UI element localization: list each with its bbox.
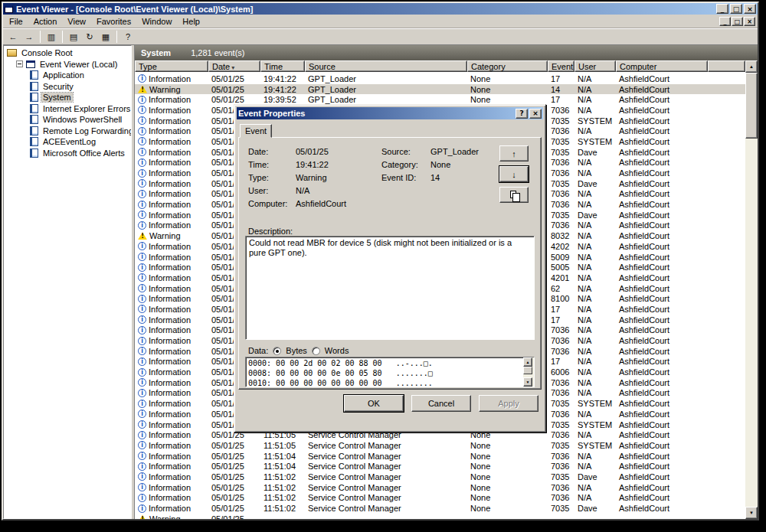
cell-user: Dave xyxy=(574,211,616,220)
dialog-titlebar[interactable]: Event Properties ? × xyxy=(237,107,543,119)
cell-user: SYSTEM xyxy=(574,441,616,450)
tree-item-remote-log-forwarding[interactable]: Remote Log Forwarding xyxy=(4,126,131,137)
information-icon: i xyxy=(138,127,146,135)
menu-action[interactable]: Action xyxy=(28,15,63,28)
menu-view[interactable]: View xyxy=(62,15,91,28)
cell-comp: AshfieldCourt xyxy=(616,305,708,314)
table-row[interactable]: iInformation05/01/2511:51:02Service Cont… xyxy=(135,472,745,482)
table-row[interactable]: iInformation05/01/2511:51:04Service Cont… xyxy=(135,451,745,462)
table-row[interactable]: !Warning05/01/2519:41:22GPT_LoaderNone14… xyxy=(135,84,745,95)
ok-button[interactable]: OK xyxy=(344,395,404,412)
minimize-button[interactable]: _ xyxy=(716,4,728,14)
table-row[interactable]: iInformation05/01/2511:51:02Service Cont… xyxy=(135,503,745,514)
child-restore-button[interactable]: □ xyxy=(732,17,743,26)
scrollbar-track[interactable] xyxy=(745,139,758,507)
information-icon: i xyxy=(138,441,146,449)
previous-event-button[interactable]: ↑ xyxy=(499,145,529,162)
child-minimize-button[interactable]: _ xyxy=(719,17,731,26)
table-row[interactable]: iInformation05/01/2519:41:22GPT_LoaderNo… xyxy=(135,73,745,84)
words-radio[interactable] xyxy=(312,347,320,355)
tree-item-internet-explorer-errors[interactable]: Internet Explorer Errors xyxy=(4,103,131,115)
tree-item-label: System xyxy=(41,93,73,102)
column-header-date[interactable]: Date▾ xyxy=(208,60,260,72)
menu-help[interactable]: Help xyxy=(177,15,205,28)
forward-icon[interactable]: → xyxy=(21,30,37,44)
column-header-type[interactable]: Type xyxy=(135,60,208,72)
tree-item-system[interactable]: System xyxy=(4,92,131,103)
tree-item-application[interactable]: Application xyxy=(4,70,131,81)
tree-item-windows-powershell[interactable]: Windows PowerShell xyxy=(4,114,131,126)
tree-item-aceeventlog[interactable]: ACEEventLog xyxy=(4,136,131,148)
copy-button[interactable] xyxy=(499,187,529,203)
cell-comp: AshfieldCourt xyxy=(616,378,708,387)
log-icon xyxy=(30,115,38,124)
child-close-button[interactable]: × xyxy=(744,17,755,26)
information-icon: i xyxy=(138,400,146,408)
information-icon: i xyxy=(138,221,146,230)
column-header-filler xyxy=(708,60,745,72)
table-row[interactable]: iInformation05/01/2511:51:02Service Cont… xyxy=(135,482,745,493)
cell-event: 7035 xyxy=(548,179,574,188)
tree-item-microsoft-office-alerts[interactable]: Microsoft Office Alerts xyxy=(4,148,131,159)
bytes-radio[interactable] xyxy=(273,347,281,355)
bytes-label: Bytes xyxy=(286,346,307,355)
column-header-source[interactable]: Source xyxy=(305,60,467,72)
scroll-up-icon[interactable]: ▲ xyxy=(745,60,758,73)
table-row[interactable]: iInformation05/01/2511:51:04Service Cont… xyxy=(135,461,745,472)
cancel-button[interactable]: Cancel xyxy=(411,395,471,412)
export-list-icon[interactable]: ▦ xyxy=(98,30,113,44)
cell-type: iInformation xyxy=(135,116,208,126)
collapse-icon[interactable] xyxy=(16,60,23,67)
folder-icon xyxy=(7,49,17,57)
event-tab-page: Date: 05/01/25 Source: GPT_Loader Time: … xyxy=(238,137,542,390)
column-header-category[interactable]: Category xyxy=(467,60,548,72)
cell-type: iInformation xyxy=(135,168,208,178)
menu-favorites[interactable]: Favorites xyxy=(91,15,136,28)
description-box[interactable]: Could not read MBR for device 5 (disk mi… xyxy=(245,236,535,340)
close-button[interactable]: × xyxy=(744,4,756,14)
next-event-button[interactable]: ↓ xyxy=(499,166,529,182)
information-icon: i xyxy=(138,389,146,397)
hex-scrollbar-thumb[interactable] xyxy=(523,367,532,374)
back-icon[interactable]: ← xyxy=(5,30,21,44)
tree-item-security[interactable]: Security xyxy=(4,81,131,93)
cell-time: 11:51:02 xyxy=(260,472,305,481)
refresh-icon[interactable]: ↻ xyxy=(82,30,97,44)
hex-scroll-up-icon[interactable]: ▲ xyxy=(523,357,532,367)
scroll-down-icon[interactable]: ▼ xyxy=(745,507,758,519)
tree-item-console-root[interactable]: Console Root xyxy=(4,47,131,59)
table-row[interactable]: iInformation05/01/2511:51:05Service Cont… xyxy=(135,440,745,451)
table-row[interactable]: !Warning05/01/25 xyxy=(135,514,745,519)
help-icon[interactable]: ? xyxy=(120,30,136,44)
menu-file[interactable]: File xyxy=(4,15,28,28)
cell-type: iInformation xyxy=(135,472,208,481)
tree-item-event-viewer-local[interactable]: Event Viewer (Local) xyxy=(4,59,131,70)
show-tree-icon[interactable]: ▥ xyxy=(44,30,59,44)
cell-type: iInformation xyxy=(135,336,208,345)
column-header-time[interactable]: Time xyxy=(260,60,305,72)
information-icon: i xyxy=(138,169,146,178)
cell-comp: AshfieldCourt xyxy=(616,452,708,461)
column-header-event[interactable]: Event xyxy=(548,60,574,72)
log-icon xyxy=(30,82,38,91)
dialog-close-button[interactable]: × xyxy=(529,109,542,119)
dialog-title: Event Properties xyxy=(238,109,516,118)
properties-icon[interactable]: ▤ xyxy=(66,30,81,44)
menu-window[interactable]: Window xyxy=(136,15,177,28)
log-icon xyxy=(30,137,38,146)
column-header-user[interactable]: User xyxy=(574,60,616,72)
cell-comp: AshfieldCourt xyxy=(616,158,708,167)
table-row[interactable]: iInformation05/01/2511:51:02Service Cont… xyxy=(135,493,745,504)
hex-data-box[interactable]: 0000: 00 00 2d 00 02 00 88 00 ..-...□. 0… xyxy=(245,357,535,387)
dialog-help-button[interactable]: ? xyxy=(516,109,528,119)
hex-scroll-down-icon[interactable]: ▼ xyxy=(523,377,532,387)
scrollbar-thumb[interactable] xyxy=(745,73,758,139)
table-row[interactable]: iInformation05/01/2519:39:52GPT_LoaderNo… xyxy=(135,94,745,105)
cell-type: iInformation xyxy=(135,253,208,262)
tab-event[interactable]: Event xyxy=(240,124,272,138)
window-titlebar[interactable]: Event Viewer - [Console Root\Event Viewe… xyxy=(3,3,758,15)
column-header-computer[interactable]: Computer xyxy=(616,60,708,72)
vertical-scrollbar[interactable]: ▲ ▼ xyxy=(745,60,758,519)
hex-scrollbar[interactable]: ▲ ▼ xyxy=(523,357,534,387)
maximize-button[interactable]: □ xyxy=(730,4,742,14)
